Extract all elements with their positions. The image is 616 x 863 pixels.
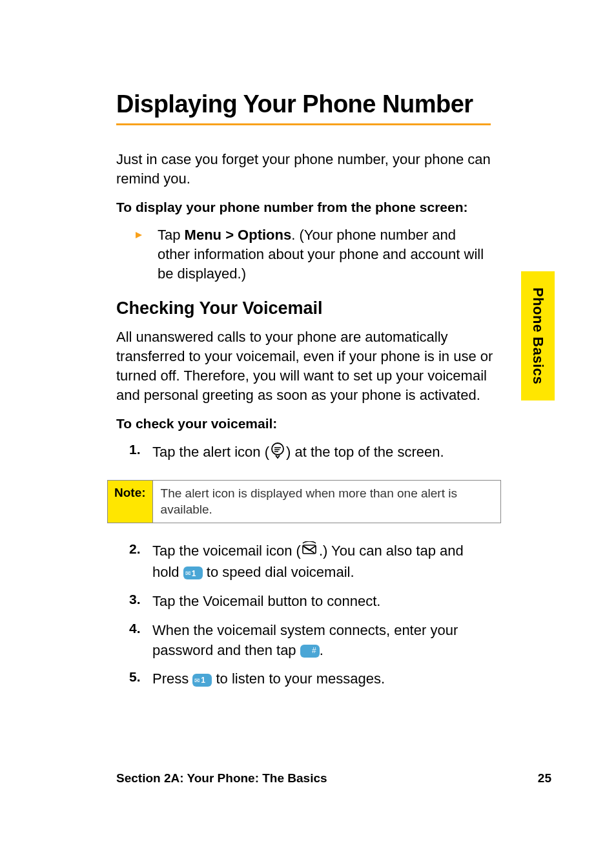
step-5-text: Press ✉1 to listen to your messages. — [152, 669, 385, 689]
step-4-text: When the voicemail system connects, ente… — [152, 621, 491, 661]
key-hash-num: # — [312, 646, 316, 655]
key-1-sym: ✉ — [185, 570, 190, 577]
side-tab: Phone Basics — [521, 271, 555, 400]
step5-post: to listen to your messages. — [212, 671, 385, 687]
key-1b-sym: ✉ — [194, 676, 200, 683]
key-1-icon: ✉1 — [183, 567, 203, 579]
intro-text: Just in case you forget your phone numbe… — [116, 150, 498, 188]
alert-icon — [269, 442, 286, 464]
to-check-label: To check your voicemail: — [116, 416, 491, 432]
step-1-num: 1. — [129, 442, 152, 457]
step1-post: ) at the top of the screen. — [286, 444, 444, 460]
svg-point-1 — [272, 443, 283, 455]
step-3-num: 3. — [129, 592, 152, 607]
step5-pre: Press — [152, 671, 192, 687]
step-3: 3. Tap the Voicemail button to connect. — [116, 592, 491, 612]
bullet-text: Tap Menu > Options. (Your phone number a… — [158, 225, 491, 283]
step-3-text: Tap the Voicemail button to connect. — [152, 592, 380, 612]
voicemail-icon — [301, 541, 319, 563]
step-4: 4. When the voicemail system connects, e… — [116, 621, 491, 661]
side-tab-label: Phone Basics — [529, 287, 546, 384]
main-heading: Displaying Your Phone Number — [116, 90, 558, 118]
footer-page: 25 — [538, 771, 551, 785]
step-1-text: Tap the alert icon ( ) at the top of the… — [152, 442, 444, 464]
step-2-text: Tap the voicemail icon ( .) You can also… — [152, 541, 491, 583]
step-2: 2. Tap the voicemail icon ( .) You can a… — [116, 541, 491, 583]
step-5-num: 5. — [129, 669, 152, 685]
footer-section: Section 2A: Your Phone: The Basics — [116, 771, 327, 785]
to-display-label: To display your phone number from the ph… — [116, 200, 491, 215]
bullet-item: Tap Menu > Options. (Your phone number a… — [116, 225, 491, 283]
step-1: 1. Tap the alert icon ( ) at the top of … — [116, 442, 491, 464]
step2-post: to speed dial voicemail. — [207, 564, 354, 580]
note-label: Note: — [108, 481, 153, 523]
voicemail-intro: All unanswered calls to your phone are a… — [116, 328, 498, 404]
key-1b-icon: ✉1 — [192, 674, 212, 687]
step-5: 5. Press ✉1 to listen to your messages. — [116, 669, 491, 689]
arrow-icon — [134, 231, 143, 242]
note-box: Note: The alert icon is displayed when m… — [107, 480, 501, 523]
bullet-pre: Tap — [158, 227, 185, 243]
step4-post: . — [320, 642, 323, 658]
step-4-num: 4. — [129, 621, 152, 636]
step2-pre: Tap the voicemail icon ( — [152, 543, 301, 559]
sub-heading: Checking Your Voicemail — [116, 298, 558, 318]
key-hash-icon: # — [300, 645, 320, 658]
step1-pre: Tap the alert icon ( — [152, 444, 269, 460]
note-content: The alert icon is displayed when more th… — [153, 481, 500, 523]
svg-marker-0 — [136, 232, 142, 238]
key-1b-num: 1 — [201, 676, 205, 685]
heading-rule — [116, 123, 491, 125]
key-1-num: 1 — [192, 569, 196, 578]
bullet-bold: Menu > Options — [185, 227, 292, 243]
footer: Section 2A: Your Phone: The Basics 25 — [116, 771, 551, 785]
step-2-num: 2. — [129, 541, 152, 557]
